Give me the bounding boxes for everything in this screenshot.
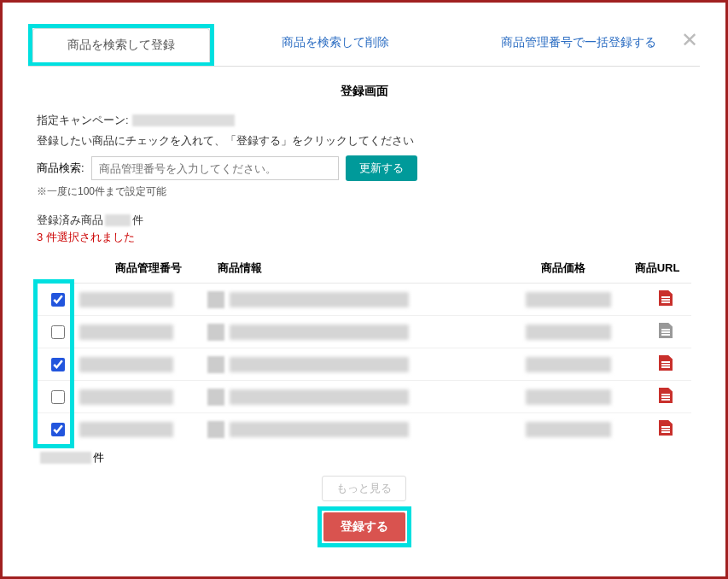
cell-info-redacted xyxy=(230,422,409,437)
tab-bulk-register[interactable]: 商品管理番号で一括登録する xyxy=(457,24,701,66)
cell-price-redacted xyxy=(526,422,611,437)
document-icon[interactable] xyxy=(659,388,673,403)
cell-thumb-redacted xyxy=(207,291,224,308)
page-title: 登録画面 xyxy=(37,84,691,99)
register-button[interactable]: 登録する xyxy=(323,512,405,541)
cell-info-redacted xyxy=(230,357,409,372)
table-body[interactable] xyxy=(37,283,691,445)
cell-info-redacted xyxy=(230,325,409,340)
load-more-button[interactable]: もっと見る xyxy=(322,476,406,501)
cell-id-redacted xyxy=(79,389,173,405)
table-header: 商品管理番号 商品情報 商品価格 商品URL xyxy=(37,254,691,283)
registered-prefix: 登録済み商品 xyxy=(37,213,103,228)
document-icon[interactable] xyxy=(659,420,673,436)
selected-count: 3 件選択されました xyxy=(37,230,691,245)
row-checkbox[interactable] xyxy=(51,423,65,436)
registered-count-redacted xyxy=(105,214,131,226)
tab-bar: 商品を検索して登録 商品を検索して削除 商品管理番号で一括登録する xyxy=(28,24,700,67)
cell-price-redacted xyxy=(526,292,611,307)
cell-price-redacted xyxy=(526,325,611,340)
tab-search-delete[interactable]: 商品を検索して削除 xyxy=(214,24,457,66)
row-checkbox[interactable] xyxy=(51,293,65,307)
document-icon[interactable] xyxy=(659,290,673,306)
tab-search-register[interactable]: 商品を検索して登録 xyxy=(32,28,210,62)
instruction-text: 登録したい商品にチェックを入れて、「登録する」をクリックしてください xyxy=(37,133,691,149)
table-row xyxy=(37,381,691,413)
highlight-register-button: 登録する xyxy=(317,506,411,547)
update-button[interactable]: 更新する xyxy=(346,155,417,181)
table-row xyxy=(37,348,691,381)
cell-thumb-redacted xyxy=(207,421,224,438)
table-row xyxy=(37,316,691,348)
row-checkbox[interactable] xyxy=(51,390,65,404)
table-row xyxy=(37,413,691,445)
cell-id-redacted xyxy=(79,422,173,437)
search-label: 商品検索: xyxy=(37,161,84,176)
cell-id-redacted xyxy=(79,292,173,307)
registered-count-row: 登録済み商品 件 xyxy=(37,213,691,228)
limit-note: ※一度に100件まで設定可能 xyxy=(37,184,691,199)
campaign-label: 指定キャンペーン: xyxy=(37,113,129,128)
cell-thumb-redacted xyxy=(207,356,224,373)
search-row: 商品検索: 更新する xyxy=(37,155,691,181)
highlight-tab-register: 商品を検索して登録 xyxy=(28,24,214,66)
footer-actions: もっと見る 登録する xyxy=(37,476,691,547)
cell-price-redacted xyxy=(526,357,611,372)
row-checkbox[interactable] xyxy=(51,325,65,339)
document-icon[interactable] xyxy=(659,323,673,338)
table-row xyxy=(37,284,691,316)
th-product-url: 商品URL xyxy=(623,260,691,276)
page-count-redacted xyxy=(40,452,91,464)
registered-suffix: 件 xyxy=(132,213,143,228)
page-count-row: 件 xyxy=(37,450,691,465)
cell-info-redacted xyxy=(230,292,409,307)
search-input[interactable] xyxy=(91,156,339,180)
document-icon[interactable] xyxy=(659,355,673,371)
cell-id-redacted xyxy=(79,325,173,340)
cell-info-redacted xyxy=(230,389,409,405)
th-product-price: 商品価格 xyxy=(504,260,623,276)
cell-thumb-redacted xyxy=(207,324,224,341)
row-checkbox[interactable] xyxy=(51,358,65,371)
campaign-row: 指定キャンペーン: xyxy=(37,113,691,128)
cell-price-redacted xyxy=(526,389,611,405)
cell-thumb-redacted xyxy=(207,389,224,406)
cell-id-redacted xyxy=(79,357,173,372)
campaign-value-redacted xyxy=(132,114,235,126)
close-icon[interactable]: ✕ xyxy=(681,30,698,50)
th-product-id: 商品管理番号 xyxy=(84,260,213,276)
content-panel: 登録画面 指定キャンペーン: 登録したい商品にチェックを入れて、「登録する」をク… xyxy=(28,67,700,556)
th-product-info: 商品情報 xyxy=(213,260,504,276)
page-count-suffix: 件 xyxy=(93,450,104,465)
table-wrapper xyxy=(37,283,691,445)
